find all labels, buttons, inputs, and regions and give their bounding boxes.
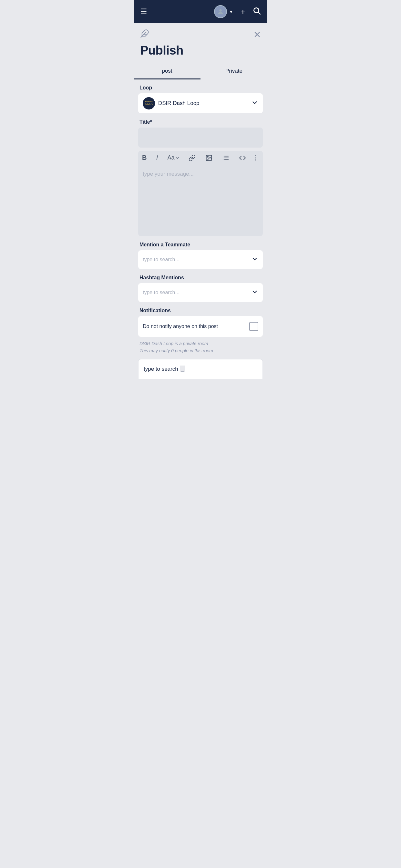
bold-button[interactable]: B — [142, 154, 147, 161]
code-button[interactable] — [239, 154, 246, 161]
private-note: DSIR Dash Loop is a private room This ma… — [138, 340, 263, 354]
user-avatar-icon — [217, 8, 224, 15]
nav-right: ▼ + — [214, 5, 261, 18]
mention-chevron[interactable] — [251, 255, 258, 264]
svg-point-17 — [255, 157, 256, 158]
loop-selector[interactable]: Daiviana Sotheby's DSIR Dash Loop — [138, 93, 263, 113]
tab-post[interactable]: post — [134, 63, 201, 79]
tab-private[interactable]: Private — [201, 63, 267, 79]
font-size-button[interactable]: Aa — [167, 154, 179, 161]
svg-text:Daiviana: Daiviana — [145, 100, 152, 102]
editor-body[interactable]: type your message... — [138, 165, 263, 236]
mention-label: Mention a Teammate — [140, 242, 263, 248]
loop-avatar: Daiviana Sotheby's — [143, 97, 155, 110]
form-content: Loop Daiviana Sotheby's DSIR Dash Loop — [134, 85, 267, 354]
image-button[interactable] — [205, 154, 212, 161]
mention-chevron-icon — [251, 255, 258, 262]
hashtag-placeholder: type to search... — [143, 290, 180, 296]
editor-toolbar: B i Aa — [138, 151, 263, 165]
chevron-down-icon — [251, 99, 258, 106]
close-button[interactable]: ✕ — [253, 29, 261, 40]
svg-point-18 — [255, 159, 256, 160]
loop-selected-item: Daiviana Sotheby's DSIR Dash Loop — [143, 97, 199, 110]
title-label: Title* — [140, 119, 263, 125]
svg-point-0 — [219, 9, 221, 11]
private-note-line1: DSIR Dash Loop is a private room — [140, 340, 261, 347]
hashtag-label: Hashtag Mentions — [140, 275, 263, 281]
list-icon — [222, 154, 229, 161]
mention-placeholder: type to search... — [143, 257, 180, 262]
loop-name: DSIR Dash Loop — [158, 100, 199, 106]
mention-search-dropdown[interactable]: type to search... — [138, 250, 263, 269]
link-icon — [189, 154, 196, 161]
header-bar: ✕ — [134, 23, 267, 43]
tabs-container: post Private — [134, 63, 267, 79]
feather-icon — [140, 29, 149, 40]
loop-dropdown-chevron[interactable] — [251, 99, 258, 108]
compose-icon — [140, 29, 149, 38]
notification-box: Do not notify anyone on this post — [138, 316, 263, 337]
svg-point-16 — [255, 155, 256, 156]
top-navigation: ☰ ▼ + — [134, 0, 267, 23]
svg-point-9 — [208, 156, 209, 157]
main-content: ✕ Publish post Private Loop Daiviana Sot… — [134, 23, 267, 379]
search-button[interactable] — [252, 6, 261, 17]
editor-container: B i Aa — [138, 151, 263, 236]
type-to-search-label: type to search — [144, 366, 180, 372]
image-icon — [205, 154, 212, 161]
search-icon — [252, 6, 261, 15]
hashtag-search-dropdown[interactable]: type to search... — [138, 283, 263, 302]
editor-placeholder: type your message... — [143, 171, 194, 177]
italic-button[interactable]: i — [156, 154, 158, 161]
loop-avatar-icon: Daiviana Sotheby's — [143, 97, 155, 110]
add-button[interactable]: + — [241, 7, 245, 17]
avatar[interactable] — [214, 5, 227, 18]
title-input[interactable] — [138, 128, 263, 148]
svg-text:Sotheby's: Sotheby's — [145, 103, 153, 105]
notifications-label: Notifications — [140, 308, 263, 314]
hashtag-chevron-icon — [251, 288, 258, 296]
font-size-caret-icon — [175, 156, 179, 160]
hashtag-chevron[interactable] — [251, 288, 258, 297]
user-dropdown-caret[interactable]: ▼ — [229, 9, 234, 14]
search-cursor: _ — [180, 366, 185, 372]
more-options-button[interactable] — [252, 154, 259, 161]
page-title: Publish — [134, 43, 267, 63]
private-note-line2: This may notify 0 people in this room — [140, 347, 261, 354]
hamburger-menu-icon[interactable]: ☰ — [140, 8, 147, 16]
code-icon — [239, 154, 246, 161]
nav-left: ☰ — [140, 8, 147, 16]
more-icon — [252, 154, 259, 161]
bottom-search-area[interactable]: type to search _ — [138, 359, 263, 379]
list-button[interactable] — [222, 154, 229, 161]
link-button[interactable] — [189, 154, 196, 161]
do-not-notify-label: Do not notify anyone on this post — [143, 323, 218, 330]
user-avatar-area[interactable]: ▼ — [214, 5, 234, 18]
svg-line-2 — [258, 12, 260, 14]
loop-label: Loop — [140, 85, 263, 91]
bottom-search-text: type to search _ — [144, 366, 185, 372]
do-not-notify-checkbox[interactable] — [249, 322, 258, 331]
toolbar-right — [239, 154, 259, 161]
